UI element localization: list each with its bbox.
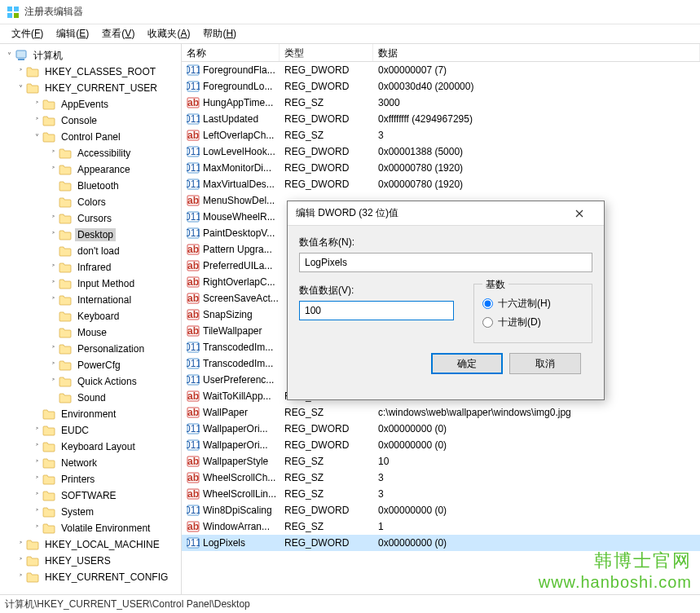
expander-icon[interactable]: ˃: [15, 68, 26, 77]
expander-icon[interactable]: ˃: [47, 149, 59, 158]
registry-value-row[interactable]: 011ForegroundLo...REG_DWORD0x00030d40 (2…: [182, 78, 700, 95]
expander-icon[interactable]: ˃: [31, 508, 42, 517]
tree-hive[interactable]: ˃HKEY_CLASSES_ROOT: [2, 64, 179, 80]
ok-button[interactable]: 确定: [431, 353, 503, 374]
expander-icon[interactable]: ˃: [47, 165, 59, 174]
dialog-titlebar[interactable]: 编辑 DWORD (32 位)值: [288, 201, 604, 226]
tree-subkey[interactable]: ˃Input Method: [2, 276, 179, 292]
expander-icon[interactable]: ˃: [15, 540, 26, 549]
expander-icon[interactable]: ˅: [15, 84, 26, 93]
tree-key[interactable]: ˃Keyboard Layout: [2, 439, 179, 455]
expander-icon[interactable]: ˃: [47, 345, 59, 354]
svg-rect-1: [14, 7, 19, 11]
registry-value-row[interactable]: 011MaxVirtualDes...REG_DWORD0x00000780 (…: [182, 176, 700, 192]
tree-subkey[interactable]: Sound: [2, 390, 179, 406]
registry-value-row[interactable]: 011LastUpdatedREG_DWORD0xffffffff (42949…: [182, 111, 700, 127]
expander-icon[interactable]: ˃: [31, 426, 42, 435]
tree-hive[interactable]: ˃HKEY_CURRENT_CONFIG: [2, 569, 179, 585]
expander-icon[interactable]: ˃: [47, 263, 59, 272]
tree-node-label: SOFTWARE: [59, 489, 119, 502]
expander-icon[interactable]: ˃: [31, 524, 42, 533]
tree-hive[interactable]: ˅HKEY_CURRENT_USER: [2, 80, 179, 96]
expander-icon[interactable]: ˃: [47, 280, 59, 289]
expander-icon[interactable]: ˃: [31, 459, 42, 468]
tree-key[interactable]: ˃SOFTWARE: [2, 487, 179, 504]
tree-subkey[interactable]: Bluetooth: [2, 178, 179, 194]
expander-icon[interactable]: ˃: [31, 492, 42, 501]
tree-panel[interactable]: ˅计算机˃HKEY_CLASSES_ROOT˅HKEY_CURRENT_USER…: [0, 44, 182, 594]
menu-h[interactable]: 帮助(H): [196, 24, 243, 43]
registry-value-row[interactable]: abLeftOverlapCh...REG_SZ3: [182, 127, 700, 143]
value-name: WallpaperOri...: [203, 423, 268, 434]
expander-icon[interactable]: ˃: [15, 557, 26, 566]
tree-subkey[interactable]: Keyboard: [2, 308, 179, 324]
expander-icon[interactable]: ˃: [31, 443, 42, 452]
expander-icon[interactable]: ˃: [47, 296, 59, 305]
tree-key[interactable]: ˃EUDC: [2, 422, 179, 439]
tree-key[interactable]: Environment: [2, 406, 179, 422]
registry-value-row[interactable]: abWindowArran...REG_SZ1: [182, 518, 700, 535]
tree-subkey[interactable]: Mouse: [2, 324, 179, 341]
menu-f[interactable]: 文件(F): [5, 24, 50, 43]
registry-value-row[interactable]: 011LowLevelHook...REG_DWORD0x00001388 (5…: [182, 143, 700, 160]
tree-subkey[interactable]: ˃International: [2, 292, 179, 308]
value-name: MaxMonitorDi...: [203, 162, 271, 174]
tree-subkey[interactable]: ˃Infrared: [2, 259, 179, 276]
tree-hive[interactable]: ˃HKEY_USERS: [2, 553, 179, 569]
radio-dec[interactable]: 十进制(D): [482, 315, 583, 329]
expander-icon[interactable]: ˃: [47, 231, 59, 240]
value-name-input[interactable]: [299, 253, 592, 272]
registry-value-row[interactable]: 011Win8DpiScalingREG_DWORD0x00000000 (0): [182, 502, 700, 518]
tree-node-label: Console: [59, 114, 99, 127]
tree-subkey[interactable]: don't load: [2, 243, 179, 259]
tree-root[interactable]: ˅计算机: [2, 47, 179, 64]
expander-icon[interactable]: ˅: [3, 51, 15, 60]
value-data-input[interactable]: [299, 301, 454, 320]
menu-a[interactable]: 收藏夹(A): [141, 24, 196, 43]
registry-value-row[interactable]: 011WallpaperOri...REG_DWORD0x00000000 (0…: [182, 437, 700, 453]
tree-subkey[interactable]: ˃Personalization: [2, 341, 179, 357]
registry-value-row[interactable]: abWallpaperStyleREG_SZ10: [182, 453, 700, 470]
expander-icon[interactable]: ˃: [15, 573, 26, 582]
col-header-data[interactable]: 数据: [373, 44, 700, 61]
col-header-name[interactable]: 名称: [182, 44, 280, 61]
tree-key[interactable]: ˃Printers: [2, 471, 179, 487]
tree-key[interactable]: ˃Console: [2, 112, 179, 129]
registry-value-row[interactable]: abHungAppTime...REG_SZ3000: [182, 95, 700, 111]
expander-icon[interactable]: ˃: [31, 117, 42, 126]
tree-key[interactable]: ˃AppEvents: [2, 96, 179, 112]
expander-icon[interactable]: ˅: [31, 133, 42, 142]
registry-value-row[interactable]: 011WallpaperOri...REG_DWORD0x00000000 (0…: [182, 421, 700, 437]
tree-key[interactable]: ˃System: [2, 504, 179, 520]
tree-key[interactable]: ˃Network: [2, 455, 179, 471]
tree-hive[interactable]: ˃HKEY_LOCAL_MACHINE: [2, 536, 179, 553]
tree-subkey[interactable]: ˃Desktop: [2, 227, 179, 243]
cancel-button[interactable]: 取消: [509, 353, 581, 374]
menu-e[interactable]: 编辑(E): [50, 24, 95, 43]
registry-value-row[interactable]: abWheelScrollCh...REG_SZ3: [182, 470, 700, 486]
tree-subkey[interactable]: ˃Accessibility: [2, 145, 179, 161]
menu-v[interactable]: 查看(V): [95, 24, 141, 43]
expander-icon[interactable]: ˃: [31, 475, 42, 484]
registry-value-row[interactable]: abWallPaperREG_SZc:\windows\web\wallpape…: [182, 404, 700, 421]
registry-value-row[interactable]: 011MaxMonitorDi...REG_DWORD0x00000780 (1…: [182, 160, 700, 176]
tree-key[interactable]: ˃Volatile Environment: [2, 520, 179, 536]
radio-hex[interactable]: 十六进制(H): [482, 297, 583, 311]
tree-subkey[interactable]: ˃Appearance: [2, 161, 179, 178]
tree-subkey[interactable]: ˃Cursors: [2, 210, 179, 227]
expander-icon[interactable]: ˃: [47, 214, 59, 223]
expander-icon[interactable]: ˃: [47, 361, 59, 370]
expander-icon[interactable]: ˃: [47, 377, 59, 386]
expander-icon[interactable]: ˃: [31, 100, 42, 109]
radio-dec-input[interactable]: [482, 317, 493, 328]
col-header-type[interactable]: 类型: [280, 44, 373, 61]
registry-value-row[interactable]: 011LogPixelsREG_DWORD0x00000000 (0): [182, 535, 700, 551]
tree-subkey[interactable]: ˃Quick Actions: [2, 373, 179, 390]
registry-value-row[interactable]: abWheelScrollLin...REG_SZ3: [182, 486, 700, 502]
tree-subkey[interactable]: ˃PowerCfg: [2, 357, 179, 373]
tree-subkey[interactable]: Colors: [2, 194, 179, 210]
radio-hex-input[interactable]: [482, 298, 493, 309]
tree-key[interactable]: ˅Control Panel: [2, 129, 179, 145]
registry-value-row[interactable]: 011ForegroundFla...REG_DWORD0x00000007 (…: [182, 62, 700, 78]
dialog-close-button[interactable]: [563, 202, 596, 225]
